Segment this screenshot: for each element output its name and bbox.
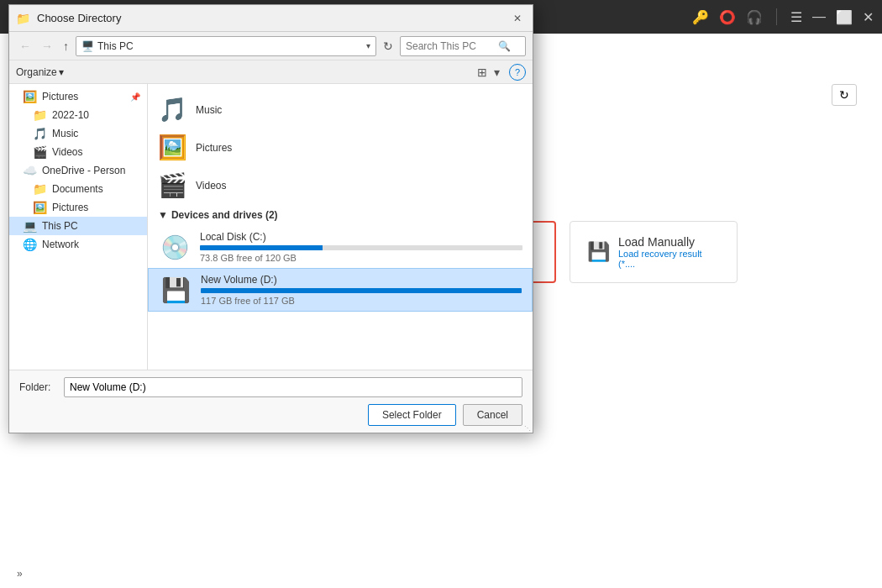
music-folder-icon: 🎵 xyxy=(158,96,187,123)
refresh-button[interactable]: ↻ xyxy=(832,84,857,106)
network-icon: 🌐 xyxy=(23,238,37,251)
sidebar-item-thispc[interactable]: 💻 This PC xyxy=(9,217,147,235)
sidebar-item-videos[interactable]: 🎬 Videos xyxy=(9,143,147,161)
videos-folder-icon: 🎬 xyxy=(158,171,187,199)
sidebar-item-label-pictures2: Pictures xyxy=(52,202,88,213)
dialog-organize-toolbar: Organize ▾ ⊞ ▾ ? xyxy=(9,60,533,84)
sidebar-item-label-videos: Videos xyxy=(52,146,82,158)
nav-refresh-button[interactable]: ↻ xyxy=(380,38,396,55)
view-dropdown-button[interactable]: ▾ xyxy=(491,65,502,80)
drive-d-bar xyxy=(201,288,522,293)
drive-c-icon-area: 💿 xyxy=(158,234,192,261)
organize-arrow-icon: ▾ xyxy=(59,66,64,78)
address-dropdown-arrow[interactable]: ▾ xyxy=(366,41,370,50)
pictures2-icon: 🖼️ xyxy=(33,201,47,214)
dialog-close-button[interactable]: ✕ xyxy=(509,10,526,27)
dialog-titlebar: 📁 Choose Directory ✕ xyxy=(9,5,533,32)
sidebar-item-label-pictures-pinned: Pictures xyxy=(42,91,78,102)
bottom-arrow[interactable]: » xyxy=(17,568,23,580)
organize-label: Organize xyxy=(16,66,57,78)
drive-c-fill xyxy=(200,245,323,250)
music-folder-label: Music xyxy=(196,104,222,116)
drive-item-c[interactable]: 💿 Local Disk (C:) 73.8 GB free of 120 GB xyxy=(148,226,533,268)
help-button[interactable]: ? xyxy=(509,64,526,81)
view-icons: ⊞ ▾ xyxy=(475,65,502,80)
load-icon: 💾 xyxy=(587,241,610,263)
separator xyxy=(776,8,777,25)
drive-c-free: 73.8 GB free of 120 GB xyxy=(200,253,522,263)
load-sub: Load recovery result (*.... xyxy=(618,249,720,269)
location-card-manual[interactable]: 💾 Load Manually Load recovery result (*.… xyxy=(570,221,738,283)
select-folder-button[interactable]: Select Folder xyxy=(368,404,456,426)
minimize-icon[interactable]: — xyxy=(812,9,826,24)
dialog-footer: Folder: Select Folder Cancel xyxy=(9,370,533,433)
search-button[interactable]: 🔍 xyxy=(498,40,511,52)
sidebar-item-network[interactable]: 🌐 Network xyxy=(9,235,147,254)
search-input[interactable] xyxy=(406,40,498,52)
drive-d-free: 117 GB free of 117 GB xyxy=(201,296,522,306)
music-icon: 🎵 xyxy=(33,127,47,140)
drive-d-info: New Volume (D:) 117 GB free of 117 GB xyxy=(201,274,522,306)
dialog-title-text: Choose Directory xyxy=(37,12,502,24)
sidebar-item-pictures-pinned[interactable]: 🖼️ Pictures 📌 xyxy=(9,87,147,106)
folder-field-label: Folder: xyxy=(19,381,57,393)
pin-icon: 📌 xyxy=(130,92,140,102)
drive-c-bar xyxy=(200,245,522,250)
footer-buttons: Select Folder Cancel xyxy=(19,404,522,426)
dialog-nav-toolbar: ← → ↑ 🖥️ This PC ▾ ↻ 🔍 xyxy=(9,32,533,60)
devices-collapse-icon: ▼ xyxy=(158,209,168,221)
videos-icon: 🎬 xyxy=(33,145,47,159)
file-item-music[interactable]: 🎵 Music xyxy=(148,91,533,129)
sidebar-item-music[interactable]: 🎵 Music xyxy=(9,124,147,143)
sidebar-item-label-2022: 2022-10 xyxy=(52,109,89,121)
search-bar: 🔍 xyxy=(400,36,526,56)
drive-d-icon: 💾 xyxy=(161,276,191,304)
resize-handle[interactable]: ⋱ xyxy=(522,423,533,433)
address-bar-icon: 🖥️ xyxy=(81,40,94,52)
address-bar-text: This PC xyxy=(97,40,134,52)
folder-input[interactable] xyxy=(64,377,522,397)
onedrive-icon: ☁️ xyxy=(23,164,37,177)
choose-directory-dialog: 📁 Choose Directory ✕ ← → ↑ 🖥️ This PC ▾ … xyxy=(8,4,533,433)
back-button[interactable]: ← xyxy=(16,38,34,55)
sidebar-item-pictures2[interactable]: 🖼️ Pictures xyxy=(9,198,147,217)
app-background: 🔑 ⭕ 🎧 ☰ — ⬜ ✕ ↻ covering ndows RE tools(… xyxy=(0,0,882,588)
view-grid-button[interactable]: ⊞ xyxy=(475,65,490,80)
dialog-sidebar: 🖼️ Pictures 📌 📁 2022-10 🎵 Music 🎬 xyxy=(9,84,148,370)
load-label: Load Manually xyxy=(618,235,720,249)
circle-icon[interactable]: ⭕ xyxy=(719,9,736,25)
sidebar-item-label-music: Music xyxy=(52,128,78,139)
sidebar-item-onedrive[interactable]: ☁️ OneDrive - Person xyxy=(9,161,147,180)
forward-button[interactable]: → xyxy=(38,38,56,55)
headphones-icon[interactable]: 🎧 xyxy=(746,9,763,25)
pictures-folder-icon: 🖼️ xyxy=(158,134,187,161)
close-icon[interactable]: ✕ xyxy=(863,9,874,25)
pictures-folder-label: Pictures xyxy=(196,142,232,154)
folder-row: Folder: xyxy=(19,377,522,397)
drive-d-fill xyxy=(201,288,522,293)
devices-section-header[interactable]: ▼ Devices and drives (2) xyxy=(148,204,533,226)
file-item-pictures[interactable]: 🖼️ Pictures xyxy=(148,129,533,166)
file-item-videos[interactable]: 🎬 Videos xyxy=(148,166,533,204)
dialog-main-area: 🎵 Music 🖼️ Pictures 🎬 Videos ▼ Devi xyxy=(148,84,533,370)
key-icon[interactable]: 🔑 xyxy=(692,9,709,25)
cancel-button[interactable]: Cancel xyxy=(463,404,522,426)
drive-c-name: Local Disk (C:) xyxy=(200,231,522,243)
drive-d-name: New Volume (D:) xyxy=(201,274,522,286)
drive-d-icon-area: 💾 xyxy=(159,276,192,304)
sidebar-item-documents[interactable]: 📁 Documents xyxy=(9,180,147,198)
sidebar-item-2022-10[interactable]: 📁 2022-10 xyxy=(9,106,147,124)
drive-item-d[interactable]: 💾 New Volume (D:) 117 GB free of 117 GB xyxy=(148,268,533,312)
sidebar-item-label-thispc: This PC xyxy=(42,220,78,232)
address-bar[interactable]: 🖥️ This PC ▾ xyxy=(76,36,376,56)
sidebar-item-label-network: Network xyxy=(42,239,79,250)
drive-c-info: Local Disk (C:) 73.8 GB free of 120 GB xyxy=(200,231,522,263)
folder-2022-icon: 📁 xyxy=(33,108,47,122)
maximize-icon[interactable]: ⬜ xyxy=(836,9,853,25)
up-button[interactable]: ↑ xyxy=(60,38,72,55)
organize-button[interactable]: Organize ▾ xyxy=(16,66,64,78)
menu-icon[interactable]: ☰ xyxy=(790,9,802,25)
sidebar-item-label-onedrive: OneDrive - Person xyxy=(42,165,125,176)
drive-c-icon: 💿 xyxy=(160,234,190,261)
devices-section-label: Devices and drives (2) xyxy=(171,209,278,221)
